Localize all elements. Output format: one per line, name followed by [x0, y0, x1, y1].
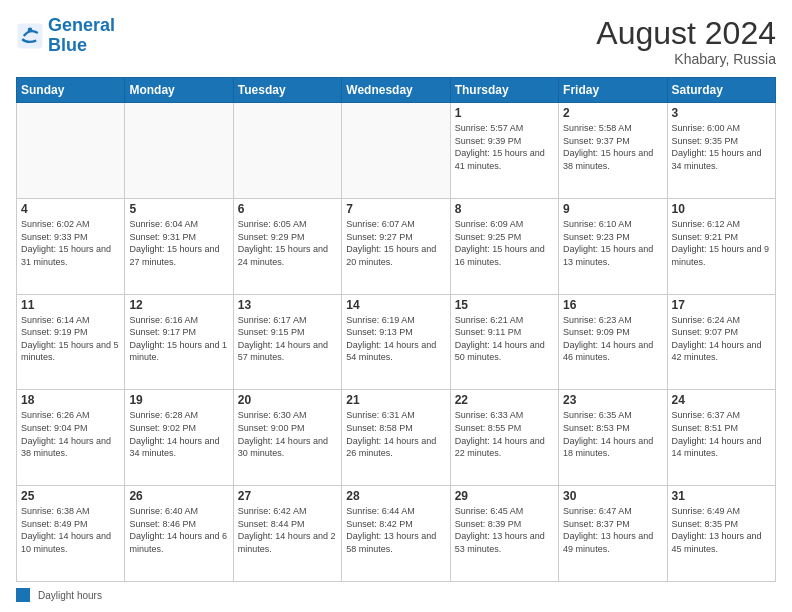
day-number: 21 [346, 393, 445, 407]
day-number: 6 [238, 202, 337, 216]
day-info: Sunrise: 5:58 AM Sunset: 9:37 PM Dayligh… [563, 122, 662, 172]
day-number: 4 [21, 202, 120, 216]
day-number: 5 [129, 202, 228, 216]
day-number: 26 [129, 489, 228, 503]
day-number: 14 [346, 298, 445, 312]
table-row [342, 103, 450, 199]
table-row: 29Sunrise: 6:45 AM Sunset: 8:39 PM Dayli… [450, 486, 558, 582]
table-row: 10Sunrise: 6:12 AM Sunset: 9:21 PM Dayli… [667, 198, 775, 294]
legend-icon [16, 588, 30, 602]
table-row: 5Sunrise: 6:04 AM Sunset: 9:31 PM Daylig… [125, 198, 233, 294]
table-row: 22Sunrise: 6:33 AM Sunset: 8:55 PM Dayli… [450, 390, 558, 486]
day-number: 12 [129, 298, 228, 312]
day-info: Sunrise: 6:02 AM Sunset: 9:33 PM Dayligh… [21, 218, 120, 268]
title-block: August 2024 Khabary, Russia [596, 16, 776, 67]
day-info: Sunrise: 6:45 AM Sunset: 8:39 PM Dayligh… [455, 505, 554, 555]
table-row: 4Sunrise: 6:02 AM Sunset: 9:33 PM Daylig… [17, 198, 125, 294]
table-row: 3Sunrise: 6:00 AM Sunset: 9:35 PM Daylig… [667, 103, 775, 199]
day-number: 7 [346, 202, 445, 216]
table-row: 23Sunrise: 6:35 AM Sunset: 8:53 PM Dayli… [559, 390, 667, 486]
day-number: 18 [21, 393, 120, 407]
table-row: 27Sunrise: 6:42 AM Sunset: 8:44 PM Dayli… [233, 486, 341, 582]
week-row-1: 4Sunrise: 6:02 AM Sunset: 9:33 PM Daylig… [17, 198, 776, 294]
table-row: 24Sunrise: 6:37 AM Sunset: 8:51 PM Dayli… [667, 390, 775, 486]
day-number: 1 [455, 106, 554, 120]
table-row: 30Sunrise: 6:47 AM Sunset: 8:37 PM Dayli… [559, 486, 667, 582]
logo-line2: Blue [48, 35, 87, 55]
calendar-table: Sunday Monday Tuesday Wednesday Thursday… [16, 77, 776, 582]
day-info: Sunrise: 6:38 AM Sunset: 8:49 PM Dayligh… [21, 505, 120, 555]
table-row: 19Sunrise: 6:28 AM Sunset: 9:02 PM Dayli… [125, 390, 233, 486]
week-row-4: 25Sunrise: 6:38 AM Sunset: 8:49 PM Dayli… [17, 486, 776, 582]
table-row: 9Sunrise: 6:10 AM Sunset: 9:23 PM Daylig… [559, 198, 667, 294]
day-info: Sunrise: 6:40 AM Sunset: 8:46 PM Dayligh… [129, 505, 228, 555]
day-info: Sunrise: 6:28 AM Sunset: 9:02 PM Dayligh… [129, 409, 228, 459]
day-info: Sunrise: 6:49 AM Sunset: 8:35 PM Dayligh… [672, 505, 771, 555]
day-info: Sunrise: 6:07 AM Sunset: 9:27 PM Dayligh… [346, 218, 445, 268]
table-row [125, 103, 233, 199]
day-number: 29 [455, 489, 554, 503]
day-number: 30 [563, 489, 662, 503]
month-title: August 2024 [596, 16, 776, 51]
day-info: Sunrise: 6:14 AM Sunset: 9:19 PM Dayligh… [21, 314, 120, 364]
day-info: Sunrise: 6:24 AM Sunset: 9:07 PM Dayligh… [672, 314, 771, 364]
table-row: 15Sunrise: 6:21 AM Sunset: 9:11 PM Dayli… [450, 294, 558, 390]
col-tuesday: Tuesday [233, 78, 341, 103]
day-number: 11 [21, 298, 120, 312]
day-info: Sunrise: 6:00 AM Sunset: 9:35 PM Dayligh… [672, 122, 771, 172]
day-info: Sunrise: 6:04 AM Sunset: 9:31 PM Dayligh… [129, 218, 228, 268]
table-row: 7Sunrise: 6:07 AM Sunset: 9:27 PM Daylig… [342, 198, 450, 294]
table-row: 8Sunrise: 6:09 AM Sunset: 9:25 PM Daylig… [450, 198, 558, 294]
svg-point-2 [28, 27, 33, 32]
day-number: 31 [672, 489, 771, 503]
table-row: 16Sunrise: 6:23 AM Sunset: 9:09 PM Dayli… [559, 294, 667, 390]
col-wednesday: Wednesday [342, 78, 450, 103]
col-thursday: Thursday [450, 78, 558, 103]
table-row: 2Sunrise: 5:58 AM Sunset: 9:37 PM Daylig… [559, 103, 667, 199]
table-row: 17Sunrise: 6:24 AM Sunset: 9:07 PM Dayli… [667, 294, 775, 390]
col-saturday: Saturday [667, 78, 775, 103]
table-row [17, 103, 125, 199]
table-row: 11Sunrise: 6:14 AM Sunset: 9:19 PM Dayli… [17, 294, 125, 390]
day-info: Sunrise: 6:44 AM Sunset: 8:42 PM Dayligh… [346, 505, 445, 555]
day-number: 17 [672, 298, 771, 312]
day-number: 27 [238, 489, 337, 503]
day-number: 22 [455, 393, 554, 407]
day-number: 8 [455, 202, 554, 216]
day-info: Sunrise: 6:19 AM Sunset: 9:13 PM Dayligh… [346, 314, 445, 364]
logo-icon [16, 22, 44, 50]
table-row: 13Sunrise: 6:17 AM Sunset: 9:15 PM Dayli… [233, 294, 341, 390]
day-info: Sunrise: 6:47 AM Sunset: 8:37 PM Dayligh… [563, 505, 662, 555]
day-info: Sunrise: 6:35 AM Sunset: 8:53 PM Dayligh… [563, 409, 662, 459]
day-info: Sunrise: 6:31 AM Sunset: 8:58 PM Dayligh… [346, 409, 445, 459]
day-number: 10 [672, 202, 771, 216]
day-info: Sunrise: 5:57 AM Sunset: 9:39 PM Dayligh… [455, 122, 554, 172]
day-info: Sunrise: 6:30 AM Sunset: 9:00 PM Dayligh… [238, 409, 337, 459]
day-info: Sunrise: 6:12 AM Sunset: 9:21 PM Dayligh… [672, 218, 771, 268]
day-number: 25 [21, 489, 120, 503]
day-number: 3 [672, 106, 771, 120]
table-row: 12Sunrise: 6:16 AM Sunset: 9:17 PM Dayli… [125, 294, 233, 390]
week-row-0: 1Sunrise: 5:57 AM Sunset: 9:39 PM Daylig… [17, 103, 776, 199]
day-info: Sunrise: 6:26 AM Sunset: 9:04 PM Dayligh… [21, 409, 120, 459]
day-info: Sunrise: 6:05 AM Sunset: 9:29 PM Dayligh… [238, 218, 337, 268]
location-title: Khabary, Russia [596, 51, 776, 67]
day-number: 16 [563, 298, 662, 312]
table-row: 21Sunrise: 6:31 AM Sunset: 8:58 PM Dayli… [342, 390, 450, 486]
day-info: Sunrise: 6:21 AM Sunset: 9:11 PM Dayligh… [455, 314, 554, 364]
table-row: 31Sunrise: 6:49 AM Sunset: 8:35 PM Dayli… [667, 486, 775, 582]
day-number: 19 [129, 393, 228, 407]
day-info: Sunrise: 6:10 AM Sunset: 9:23 PM Dayligh… [563, 218, 662, 268]
table-row [233, 103, 341, 199]
table-row: 28Sunrise: 6:44 AM Sunset: 8:42 PM Dayli… [342, 486, 450, 582]
svg-rect-0 [18, 23, 43, 48]
table-row: 20Sunrise: 6:30 AM Sunset: 9:00 PM Dayli… [233, 390, 341, 486]
footer: Daylight hours [16, 588, 776, 602]
col-friday: Friday [559, 78, 667, 103]
page: General Blue August 2024 Khabary, Russia… [0, 0, 792, 612]
logo-text: General Blue [48, 16, 115, 56]
day-number: 24 [672, 393, 771, 407]
week-row-3: 18Sunrise: 6:26 AM Sunset: 9:04 PM Dayli… [17, 390, 776, 486]
day-info: Sunrise: 6:37 AM Sunset: 8:51 PM Dayligh… [672, 409, 771, 459]
day-info: Sunrise: 6:42 AM Sunset: 8:44 PM Dayligh… [238, 505, 337, 555]
